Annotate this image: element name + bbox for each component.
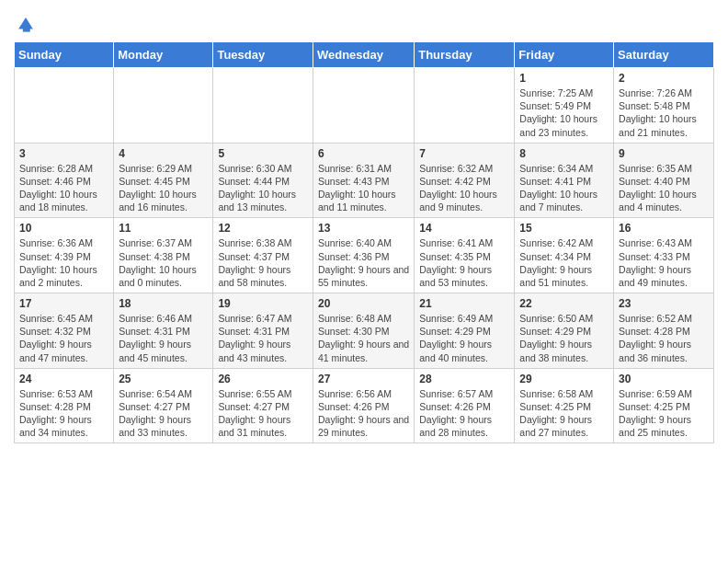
day-info: Sunrise: 6:29 AM Sunset: 4:45 PM Dayligh… <box>119 162 208 214</box>
svg-marker-1 <box>23 26 30 31</box>
calendar-cell: 30Sunrise: 6:59 AM Sunset: 4:25 PM Dayli… <box>614 368 714 443</box>
calendar-cell: 11Sunrise: 6:37 AM Sunset: 4:38 PM Dayli… <box>114 218 213 293</box>
day-info: Sunrise: 6:32 AM Sunset: 4:42 PM Dayligh… <box>419 162 509 214</box>
day-info: Sunrise: 6:43 AM Sunset: 4:33 PM Dayligh… <box>619 236 709 289</box>
day-number: 20 <box>318 297 409 310</box>
calendar-cell: 19Sunrise: 6:47 AM Sunset: 4:31 PM Dayli… <box>213 293 313 369</box>
calendar-cell: 3Sunrise: 6:28 AM Sunset: 4:46 PM Daylig… <box>15 143 114 218</box>
day-info: Sunrise: 6:40 AM Sunset: 4:36 PM Dayligh… <box>318 236 409 289</box>
day-number: 3 <box>19 147 108 160</box>
day-number: 28 <box>419 373 509 385</box>
calendar: SundayMondayTuesdayWednesdayThursdayFrid… <box>14 41 714 443</box>
day-number: 4 <box>119 147 208 160</box>
day-info: Sunrise: 6:28 AM Sunset: 4:46 PM Dayligh… <box>19 162 108 214</box>
calendar-week-row: 1Sunrise: 7:25 AM Sunset: 5:49 PM Daylig… <box>15 68 714 144</box>
day-number: 21 <box>419 297 509 310</box>
day-number: 5 <box>218 147 308 160</box>
calendar-cell: 9Sunrise: 6:35 AM Sunset: 4:40 PM Daylig… <box>614 143 714 218</box>
calendar-cell: 15Sunrise: 6:42 AM Sunset: 4:34 PM Dayli… <box>515 218 614 293</box>
calendar-cell: 8Sunrise: 6:34 AM Sunset: 4:41 PM Daylig… <box>515 143 614 218</box>
calendar-cell <box>213 68 313 144</box>
calendar-header-wednesday: Wednesday <box>313 42 414 68</box>
day-info: Sunrise: 6:38 AM Sunset: 4:37 PM Dayligh… <box>218 236 308 289</box>
calendar-cell <box>114 68 213 144</box>
calendar-week-row: 3Sunrise: 6:28 AM Sunset: 4:46 PM Daylig… <box>15 143 714 218</box>
day-info: Sunrise: 7:25 AM Sunset: 5:49 PM Dayligh… <box>519 86 609 139</box>
calendar-header-tuesday: Tuesday <box>213 42 313 68</box>
day-info: Sunrise: 6:50 AM Sunset: 4:29 PM Dayligh… <box>519 312 609 364</box>
day-number: 13 <box>318 222 409 235</box>
day-info: Sunrise: 6:31 AM Sunset: 4:43 PM Dayligh… <box>318 162 409 214</box>
day-number: 19 <box>218 297 308 310</box>
calendar-header-saturday: Saturday <box>614 42 714 68</box>
day-number: 18 <box>119 297 208 310</box>
day-info: Sunrise: 6:36 AM Sunset: 4:39 PM Dayligh… <box>19 236 108 289</box>
day-info: Sunrise: 6:53 AM Sunset: 4:28 PM Dayligh… <box>19 387 108 440</box>
day-info: Sunrise: 6:35 AM Sunset: 4:40 PM Dayligh… <box>619 162 709 214</box>
day-number: 9 <box>619 147 709 160</box>
calendar-header-sunday: Sunday <box>15 42 114 68</box>
day-info: Sunrise: 6:55 AM Sunset: 4:27 PM Dayligh… <box>218 387 308 440</box>
day-number: 23 <box>619 297 709 310</box>
day-number: 12 <box>218 222 308 235</box>
day-info: Sunrise: 6:47 AM Sunset: 4:31 PM Dayligh… <box>218 312 308 364</box>
day-number: 10 <box>19 222 108 235</box>
calendar-cell: 12Sunrise: 6:38 AM Sunset: 4:37 PM Dayli… <box>213 218 313 293</box>
day-number: 27 <box>318 373 409 385</box>
day-info: Sunrise: 6:59 AM Sunset: 4:25 PM Dayligh… <box>619 387 709 440</box>
calendar-cell: 23Sunrise: 6:52 AM Sunset: 4:28 PM Dayli… <box>614 293 714 369</box>
day-number: 15 <box>519 222 609 235</box>
day-number: 30 <box>619 373 709 385</box>
day-info: Sunrise: 6:54 AM Sunset: 4:27 PM Dayligh… <box>119 387 208 440</box>
day-number: 14 <box>419 222 509 235</box>
calendar-cell: 10Sunrise: 6:36 AM Sunset: 4:39 PM Dayli… <box>15 218 114 293</box>
day-info: Sunrise: 6:48 AM Sunset: 4:30 PM Dayligh… <box>318 312 409 364</box>
day-info: Sunrise: 6:42 AM Sunset: 4:34 PM Dayligh… <box>519 236 609 289</box>
calendar-cell: 28Sunrise: 6:57 AM Sunset: 4:26 PM Dayli… <box>415 368 515 443</box>
day-number: 29 <box>519 373 609 385</box>
day-info: Sunrise: 7:26 AM Sunset: 5:48 PM Dayligh… <box>619 86 709 139</box>
calendar-week-row: 17Sunrise: 6:45 AM Sunset: 4:32 PM Dayli… <box>15 293 714 369</box>
day-info: Sunrise: 6:37 AM Sunset: 4:38 PM Dayligh… <box>119 236 208 289</box>
calendar-cell: 27Sunrise: 6:56 AM Sunset: 4:26 PM Dayli… <box>313 368 414 443</box>
day-number: 22 <box>519 297 609 310</box>
day-number: 24 <box>19 373 108 385</box>
day-number: 25 <box>119 373 208 385</box>
day-number: 7 <box>419 147 509 160</box>
day-info: Sunrise: 6:46 AM Sunset: 4:31 PM Dayligh… <box>119 312 208 364</box>
calendar-cell: 18Sunrise: 6:46 AM Sunset: 4:31 PM Dayli… <box>114 293 213 369</box>
logo <box>14 14 36 34</box>
calendar-cell: 20Sunrise: 6:48 AM Sunset: 4:30 PM Dayli… <box>313 293 414 369</box>
logo-icon <box>16 14 36 34</box>
day-number: 6 <box>318 147 409 160</box>
calendar-week-row: 24Sunrise: 6:53 AM Sunset: 4:28 PM Dayli… <box>15 368 714 443</box>
calendar-cell <box>313 68 414 144</box>
calendar-week-row: 10Sunrise: 6:36 AM Sunset: 4:39 PM Dayli… <box>15 218 714 293</box>
calendar-cell: 25Sunrise: 6:54 AM Sunset: 4:27 PM Dayli… <box>114 368 213 443</box>
calendar-cell: 2Sunrise: 7:26 AM Sunset: 5:48 PM Daylig… <box>614 68 714 144</box>
day-number: 17 <box>19 297 108 310</box>
day-number: 26 <box>218 373 308 385</box>
calendar-header-thursday: Thursday <box>415 42 515 68</box>
day-number: 8 <box>519 147 609 160</box>
day-info: Sunrise: 6:45 AM Sunset: 4:32 PM Dayligh… <box>19 312 108 364</box>
calendar-cell: 5Sunrise: 6:30 AM Sunset: 4:44 PM Daylig… <box>213 143 313 218</box>
day-number: 16 <box>619 222 709 235</box>
day-info: Sunrise: 6:30 AM Sunset: 4:44 PM Dayligh… <box>218 162 308 214</box>
calendar-cell <box>415 68 515 144</box>
day-info: Sunrise: 6:34 AM Sunset: 4:41 PM Dayligh… <box>519 162 609 214</box>
day-number: 2 <box>619 72 709 85</box>
day-info: Sunrise: 6:41 AM Sunset: 4:35 PM Dayligh… <box>419 236 509 289</box>
calendar-cell: 29Sunrise: 6:58 AM Sunset: 4:25 PM Dayli… <box>515 368 614 443</box>
day-info: Sunrise: 6:49 AM Sunset: 4:29 PM Dayligh… <box>419 312 509 364</box>
day-info: Sunrise: 6:57 AM Sunset: 4:26 PM Dayligh… <box>419 387 509 440</box>
day-info: Sunrise: 6:58 AM Sunset: 4:25 PM Dayligh… <box>519 387 609 440</box>
calendar-header-friday: Friday <box>515 42 614 68</box>
calendar-cell: 13Sunrise: 6:40 AM Sunset: 4:36 PM Dayli… <box>313 218 414 293</box>
calendar-cell: 14Sunrise: 6:41 AM Sunset: 4:35 PM Dayli… <box>415 218 515 293</box>
calendar-cell: 1Sunrise: 7:25 AM Sunset: 5:49 PM Daylig… <box>515 68 614 144</box>
calendar-cell <box>15 68 114 144</box>
calendar-cell: 7Sunrise: 6:32 AM Sunset: 4:42 PM Daylig… <box>415 143 515 218</box>
day-info: Sunrise: 6:56 AM Sunset: 4:26 PM Dayligh… <box>318 387 409 440</box>
calendar-cell: 17Sunrise: 6:45 AM Sunset: 4:32 PM Dayli… <box>15 293 114 369</box>
